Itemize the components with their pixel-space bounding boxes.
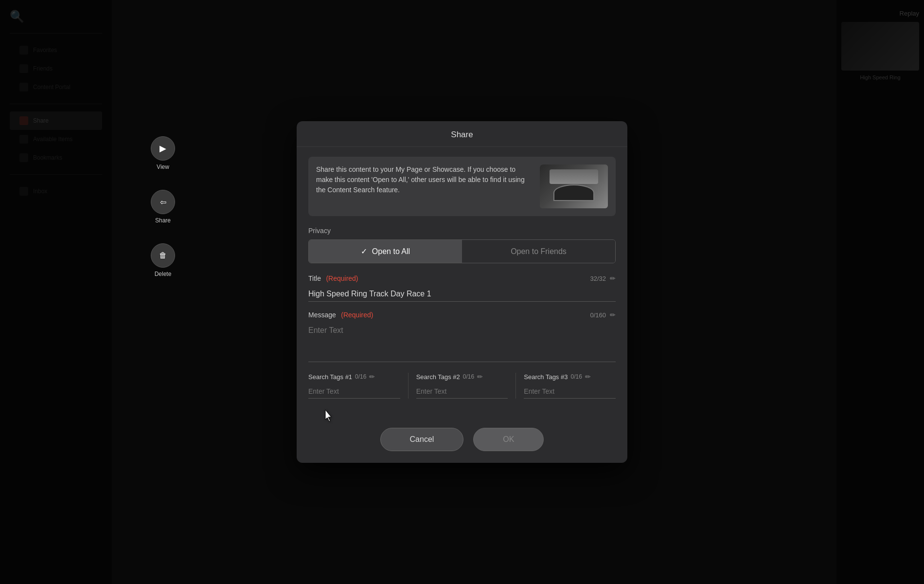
modal-footer: Cancel OK: [297, 420, 627, 463]
title-field-header: Title (Required) 32/32 ✏: [308, 274, 616, 283]
tag-2-header: Search Tags #2 0/16 ✏: [416, 373, 508, 381]
tag-2-label: Search Tags #2: [416, 373, 460, 381]
ok-button[interactable]: OK: [473, 428, 544, 451]
tag-1-counter: 0/16: [355, 373, 366, 380]
message-field: Message (Required) 0/160 ✏: [308, 310, 616, 364]
tag-2-counter: 0/16: [463, 373, 474, 380]
message-field-header: Message (Required) 0/160 ✏: [308, 310, 616, 319]
info-banner: Share this content to your My Page or Sh…: [308, 157, 616, 216]
tag-1-edit-icon[interactable]: ✏: [369, 373, 375, 381]
title-required: (Required): [326, 274, 358, 282]
open-to-friends-button[interactable]: Open to Friends: [462, 240, 615, 263]
tag-1-input[interactable]: [308, 384, 400, 399]
title-counter: 32/32: [590, 275, 606, 282]
share-dialog: Share Share this content to your My Page…: [297, 121, 627, 463]
tag-1-label: Search Tags #1: [308, 373, 352, 381]
search-tags-row: Search Tags #1 0/16 ✏ Search Tags #2 0/1…: [308, 373, 616, 399]
modal-title: Share: [451, 130, 473, 139]
cancel-button[interactable]: Cancel: [380, 428, 464, 451]
search-tag-1: Search Tags #1 0/16 ✏: [308, 373, 409, 399]
title-edit-icon[interactable]: ✏: [610, 274, 616, 282]
tag-3-header: Search Tags #3 0/16 ✏: [524, 373, 616, 381]
open-to-all-button[interactable]: ✓ Open to All: [309, 240, 462, 263]
title-label-group: Title (Required): [308, 274, 358, 283]
checkmark-icon: ✓: [361, 247, 367, 256]
message-edit-icon[interactable]: ✏: [610, 311, 616, 319]
title-counter-group: 32/32 ✏: [590, 274, 616, 282]
message-counter: 0/160: [590, 311, 606, 319]
modal-body: Share this content to your My Page or Sh…: [297, 147, 627, 420]
title-input[interactable]: [308, 287, 616, 302]
tag-3-edit-icon[interactable]: ✏: [585, 373, 591, 381]
privacy-label: Privacy: [308, 227, 616, 235]
message-input[interactable]: [308, 323, 616, 362]
search-tag-2: Search Tags #2 0/16 ✏: [416, 373, 516, 399]
title-label: Title: [308, 274, 321, 282]
thumbnail-visual: [540, 164, 608, 208]
info-banner-text: Share this content to your My Page or Sh…: [316, 164, 533, 195]
tag-2-input[interactable]: [416, 384, 508, 399]
tag-3-label: Search Tags #3: [524, 373, 568, 381]
title-field: Title (Required) 32/32 ✏: [308, 274, 616, 302]
modal-backdrop: Share Share this content to your My Page…: [0, 0, 924, 584]
message-counter-group: 0/160 ✏: [590, 311, 616, 319]
privacy-toggle: ✓ Open to All Open to Friends: [308, 239, 616, 263]
tag-3-counter: 0/16: [570, 373, 582, 380]
search-tag-3: Search Tags #3 0/16 ✏: [524, 373, 616, 399]
message-label: Message: [308, 311, 336, 319]
open-to-all-label: Open to All: [372, 247, 410, 256]
open-to-friends-label: Open to Friends: [511, 247, 567, 256]
modal-header: Share: [297, 121, 627, 147]
tag-2-edit-icon[interactable]: ✏: [477, 373, 483, 381]
tag-3-input[interactable]: [524, 384, 616, 399]
privacy-section: Privacy ✓ Open to All Open to Friends: [308, 227, 616, 263]
info-banner-thumbnail: [540, 164, 608, 208]
message-required: (Required): [341, 311, 373, 319]
tag-1-header: Search Tags #1 0/16 ✏: [308, 373, 400, 381]
message-label-group: Message (Required): [308, 310, 373, 319]
